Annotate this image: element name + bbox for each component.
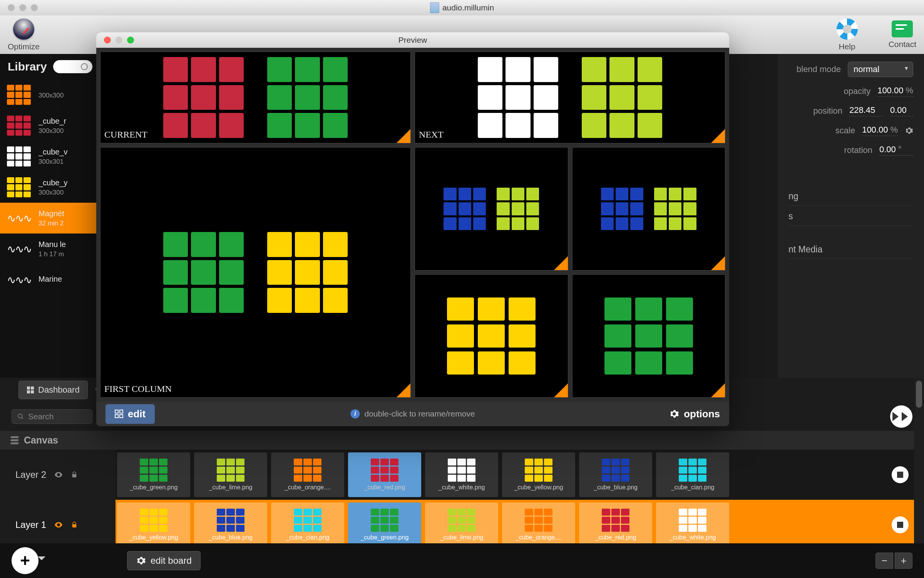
preview-thumb[interactable]	[415, 147, 568, 271]
svg-rect-2	[27, 390, 30, 393]
visibility-toggle[interactable]	[54, 470, 63, 479]
maximize-window-button[interactable]	[31, 4, 38, 11]
clip[interactable]: _cube_red.png	[348, 452, 421, 497]
layer-name[interactable]: Layer 2	[15, 469, 46, 480]
prop-section-s[interactable]: s	[788, 207, 913, 226]
resize-handle-icon[interactable]	[397, 129, 410, 143]
clip-label: _cube_orange....	[285, 484, 331, 491]
position-x-value[interactable]: 228.45	[849, 105, 883, 116]
preview-thumb[interactable]	[572, 147, 726, 271]
clip[interactable]: _cube_red.png	[579, 502, 652, 547]
canvas-header[interactable]: Canvas	[0, 431, 924, 450]
clip[interactable]: _cube_orange....	[502, 502, 575, 547]
close-window-button[interactable]	[8, 4, 15, 11]
preview-current-pane[interactable]: CURRENT	[100, 52, 411, 143]
clip[interactable]: _cube_blue.png	[579, 452, 652, 497]
prop-section-s2[interactable]	[788, 227, 913, 239]
clip-label: _cube_yellow.png	[129, 534, 178, 541]
library-item[interactable]: ∿∿∿Marine	[0, 264, 100, 295]
rotation-value[interactable]: 0.00°	[879, 144, 913, 156]
info-icon: i	[350, 409, 360, 418]
clip[interactable]: _cube_green.png	[348, 502, 421, 547]
clip-label: _cube_green.png	[130, 484, 178, 491]
resize-handle-icon[interactable]	[554, 383, 568, 397]
lock-icon[interactable]	[71, 470, 78, 479]
clip-label: _cube_blue.png	[594, 484, 638, 491]
zoom-out-button[interactable]: −	[875, 553, 893, 569]
lock-icon[interactable]	[71, 521, 78, 529]
preview-close-button[interactable]	[104, 37, 111, 44]
library-item[interactable]: _cube_v300x301	[0, 141, 100, 172]
current-label: CURRENT	[104, 129, 147, 140]
clip[interactable]: _cube_green.png	[117, 452, 190, 497]
opacity-value[interactable]: 100.00%	[877, 86, 913, 97]
preview-options-button[interactable]: options	[669, 408, 720, 420]
clip[interactable]: _cube_yellow.png	[502, 452, 575, 497]
position-y-value[interactable]: 0.00	[890, 105, 913, 116]
timeline-search-input[interactable]: Search	[12, 409, 92, 424]
clip[interactable]: _cube_yellow.png	[117, 502, 190, 547]
fast-forward-button[interactable]	[890, 405, 912, 428]
minimize-window-button[interactable]	[19, 4, 26, 11]
preview-window: Preview CURRENT NEXT FIRST COLUMN edit	[96, 32, 729, 426]
dashboard-tab[interactable]: Dashboard	[18, 381, 88, 399]
blend-mode-dropdown[interactable]: normal	[848, 62, 913, 77]
edit-board-button[interactable]: edit board	[127, 551, 201, 570]
resize-handle-icon[interactable]	[711, 256, 725, 270]
library-item[interactable]: _cube_r300x300	[0, 110, 100, 141]
clip[interactable]: _cube_cian.png	[271, 502, 344, 547]
layer-stop-button[interactable]	[892, 466, 909, 483]
preview-first-column-pane[interactable]: FIRST COLUMN	[100, 147, 411, 398]
resize-handle-icon[interactable]	[554, 256, 568, 270]
library-item[interactable]: 300x300	[0, 79, 100, 110]
zoom-in-button[interactable]: +	[895, 553, 912, 569]
prop-section-ng[interactable]: ng	[788, 187, 913, 206]
clip[interactable]: _cube_orange....	[271, 452, 344, 497]
library-item-dims: 300x300	[38, 189, 68, 197]
visibility-toggle[interactable]	[54, 520, 63, 529]
scale-value[interactable]: 100.00%	[862, 125, 898, 136]
add-column-button[interactable]: +	[12, 547, 38, 574]
preview-edit-button[interactable]: edit	[105, 404, 155, 424]
clip[interactable]: _cube_cian.png	[656, 452, 729, 497]
layer-stop-button[interactable]	[892, 516, 909, 533]
library-item-dims: 1 h 17 m	[38, 250, 66, 258]
preview-thumb[interactable]	[572, 274, 726, 398]
library-item[interactable]: ∿∿∿Manu le1 h 17 m	[0, 234, 100, 264]
preview-maximize-button[interactable]	[127, 37, 134, 44]
layer-name[interactable]: Layer 1	[15, 519, 46, 530]
preview-next-pane[interactable]: NEXT	[415, 52, 725, 143]
svg-rect-1	[31, 386, 34, 390]
clip-label: _cube_lime.png	[440, 534, 484, 541]
scale-gear-icon[interactable]	[905, 126, 913, 135]
clip[interactable]: _cube_white.png	[656, 502, 729, 547]
resize-handle-icon[interactable]	[711, 129, 725, 143]
library-search-input[interactable]	[53, 60, 92, 73]
clip[interactable]: _cube_white.png	[425, 452, 498, 497]
library-item[interactable]: ∿∿∿Magnét32 min 2	[0, 203, 100, 234]
preview-hint: i double-click to rename/remove	[350, 409, 475, 418]
preview-thumb[interactable]	[415, 274, 568, 398]
contact-button[interactable]: Contact	[889, 18, 916, 49]
waveform-icon: ∿∿∿	[7, 243, 31, 255]
clip[interactable]: _cube_lime.png	[194, 452, 267, 497]
blend-mode-label: blend mode	[797, 64, 841, 74]
svg-point-4	[18, 414, 22, 418]
prop-section-media[interactable]: nt Media	[788, 240, 913, 259]
scale-label: scale	[835, 126, 855, 136]
optimize-button[interactable]: Optimize	[8, 18, 40, 51]
preview-minimize-button[interactable]	[116, 37, 122, 44]
resize-handle-icon[interactable]	[711, 383, 725, 397]
library-item[interactable]: _cube_y300x300	[0, 172, 100, 203]
help-button[interactable]: Help	[837, 18, 858, 51]
clip[interactable]: _cube_lime.png	[425, 502, 498, 547]
clip-label: _cube_green.png	[361, 534, 409, 541]
resize-handle-icon[interactable]	[397, 383, 410, 397]
preview-thumbnail-grid	[415, 147, 725, 398]
clip-label: _cube_red.png	[364, 484, 405, 491]
preview-titlebar[interactable]: Preview	[96, 32, 729, 48]
clip[interactable]: _cube_blue.png	[194, 502, 267, 547]
library-item-name: Magnét	[38, 209, 64, 218]
library-item-name: _cube_v	[38, 148, 68, 156]
gauge-icon	[13, 18, 34, 40]
